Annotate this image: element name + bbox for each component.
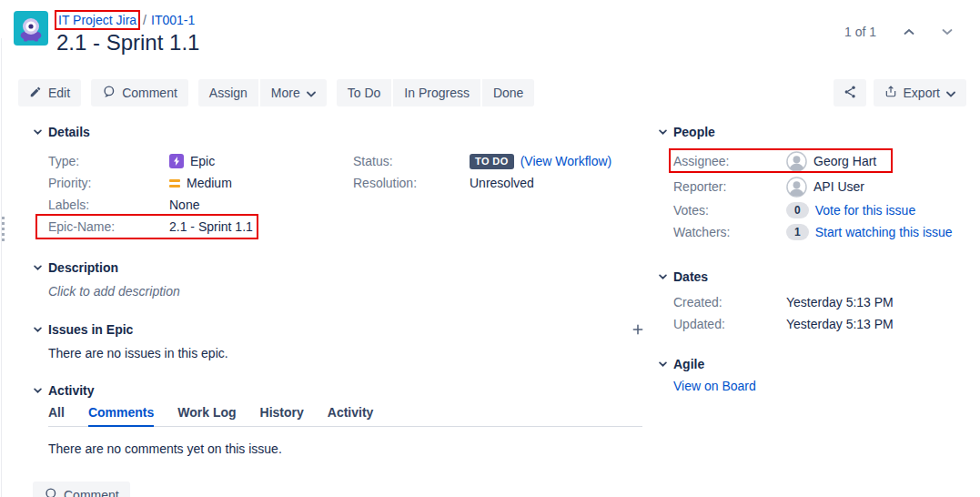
comment-footer-button-label: Comment xyxy=(64,488,119,497)
right-column: People Assignee: Georg Hart xyxy=(646,123,980,497)
comment-button[interactable]: Comment xyxy=(91,79,188,106)
issues-in-epic-section: Issues in Epic There are no issues in th… xyxy=(34,320,646,360)
people-section: People Assignee: Georg Hart xyxy=(659,123,980,243)
transition-done-button[interactable]: Done xyxy=(482,79,534,106)
resolution-label: Resolution: xyxy=(353,176,470,190)
share-button[interactable] xyxy=(834,79,866,106)
votes-count-badge: 0 xyxy=(786,202,809,218)
chevron-up-icon[interactable] xyxy=(904,28,914,36)
speech-bubble-icon xyxy=(44,487,57,497)
breadcrumb-project-link[interactable]: IT Project Jira xyxy=(58,13,136,27)
tab-work-log[interactable]: Work Log xyxy=(177,401,236,426)
comment-footer-button[interactable]: Comment xyxy=(33,482,130,497)
watchers-label: Watchers: xyxy=(673,225,786,239)
view-workflow-link[interactable]: (View Workflow) xyxy=(520,154,612,168)
field-row-labels: Labels: None xyxy=(48,194,353,216)
page-title: 2.1 - Sprint 1.1 xyxy=(56,30,199,56)
dates-section: Dates Created: Yesterday 5:13 PM Updated… xyxy=(659,268,980,335)
issue-toolbar: Edit Comment Assign More xyxy=(0,79,980,106)
share-icon xyxy=(843,85,857,102)
export-button-label: Export xyxy=(904,86,940,100)
chevron-down-icon xyxy=(307,86,316,100)
chevron-down-icon[interactable] xyxy=(659,274,667,279)
export-button[interactable]: Export xyxy=(874,79,966,106)
workflow-transition-group: To Do In Progress Done xyxy=(337,79,535,106)
activity-section: Activity All Comments Work Log History A… xyxy=(34,381,646,456)
people-section-title: People xyxy=(673,125,715,139)
field-row-resolution: Resolution: Unresolved xyxy=(353,172,646,194)
edit-button[interactable]: Edit xyxy=(18,79,81,106)
transition-done-label: Done xyxy=(493,86,523,100)
description-placeholder[interactable]: Click to add description xyxy=(48,284,646,299)
assignee-value: Georg Hart xyxy=(813,154,876,168)
tab-history[interactable]: History xyxy=(260,401,304,426)
issues-in-epic-title: Issues in Epic xyxy=(48,322,133,337)
description-section: Description Click to add description xyxy=(34,259,646,299)
details-section-title: Details xyxy=(48,125,90,139)
panel-resize-handle[interactable] xyxy=(2,217,5,241)
breadcrumb: IT Project Jira / IT001-1 xyxy=(56,11,199,29)
transition-inprogress-button[interactable]: In Progress xyxy=(393,79,480,106)
person-avatar-icon xyxy=(786,177,807,198)
chevron-down-icon[interactable] xyxy=(659,129,667,135)
tab-comments[interactable]: Comments xyxy=(88,401,154,427)
created-label: Created: xyxy=(673,295,786,309)
assignee-row: Assignee: Georg Hart xyxy=(673,148,980,174)
medium-priority-icon xyxy=(169,179,180,188)
agile-section-title: Agile xyxy=(673,357,704,371)
comments-empty-text: There are no comments yet on this issue. xyxy=(48,441,646,456)
created-value: Yesterday 5:13 PM xyxy=(786,295,894,309)
updated-value: Yesterday 5:13 PM xyxy=(786,317,894,331)
description-section-title: Description xyxy=(48,260,118,275)
transition-todo-button[interactable]: To Do xyxy=(337,79,392,106)
field-row-status: Status: TO DO (View Workflow) xyxy=(353,150,646,172)
status-badge: TO DO xyxy=(470,154,514,169)
chevron-down-icon[interactable] xyxy=(34,129,42,135)
issue-body: Details Type: Epic xyxy=(0,123,980,497)
details-section: Details Type: Epic xyxy=(34,123,646,238)
comment-button-label: Comment xyxy=(122,86,177,100)
watchers-count-badge: 1 xyxy=(786,224,809,240)
more-button[interactable]: More xyxy=(260,79,327,106)
updated-row: Updated: Yesterday 5:13 PM xyxy=(673,313,980,335)
breadcrumb-issue-key-link[interactable]: IT001-1 xyxy=(151,12,195,28)
vote-link[interactable]: Vote for this issue xyxy=(815,203,916,218)
issue-pager: 1 of 1 xyxy=(844,25,953,39)
jira-issue-page: IT Project Jira / IT001-1 2.1 - Sprint 1… xyxy=(0,0,980,497)
epic-name-label: Epic-Name: xyxy=(48,219,169,234)
activity-section-title: Activity xyxy=(48,383,95,398)
reporter-label: Reporter: xyxy=(673,179,786,194)
priority-label: Priority: xyxy=(48,176,169,190)
issues-in-epic-empty-text: There are no issues in this epic. xyxy=(48,346,646,360)
watchers-row: Watchers: 1 Start watching this issue xyxy=(673,221,980,243)
dates-section-title: Dates xyxy=(673,269,708,284)
chevron-down-icon[interactable] xyxy=(659,361,667,367)
tab-activity[interactable]: Activity xyxy=(328,401,374,426)
pager-count: 1 of 1 xyxy=(844,25,876,39)
chevron-down-icon[interactable] xyxy=(34,327,42,332)
field-row-type: Type: Epic xyxy=(48,150,353,172)
epic-name-value: 2.1 - Sprint 1.1 xyxy=(169,219,253,234)
plus-icon[interactable] xyxy=(631,323,646,336)
field-row-epic-name: Epic-Name: 2.1 - Sprint 1.1 xyxy=(48,216,353,238)
votes-label: Votes: xyxy=(673,203,786,218)
tab-all[interactable]: All xyxy=(48,401,65,426)
chevron-down-icon[interactable] xyxy=(34,265,42,270)
watch-link[interactable]: Start watching this issue xyxy=(815,225,953,239)
status-label: Status: xyxy=(353,154,470,168)
view-on-board-link[interactable]: View on Board xyxy=(673,379,756,393)
type-label: Type: xyxy=(48,154,169,168)
chevron-down-icon[interactable] xyxy=(942,28,953,36)
assign-button[interactable]: Assign xyxy=(198,79,258,106)
pencil-icon xyxy=(29,86,42,101)
epic-lightning-icon xyxy=(169,154,184,168)
assign-button-label: Assign xyxy=(209,86,248,100)
labels-label: Labels: xyxy=(48,198,169,212)
chevron-down-icon[interactable] xyxy=(34,388,42,393)
resolution-value: Unresolved xyxy=(470,176,534,190)
activity-tabs: All Comments Work Log History Activity xyxy=(48,401,642,427)
issue-header: IT Project Jira / IT001-1 2.1 - Sprint 1… xyxy=(0,0,980,56)
person-avatar-icon xyxy=(786,151,807,172)
field-row-priority: Priority: Medium xyxy=(48,172,353,194)
reporter-value: API User xyxy=(813,179,864,194)
